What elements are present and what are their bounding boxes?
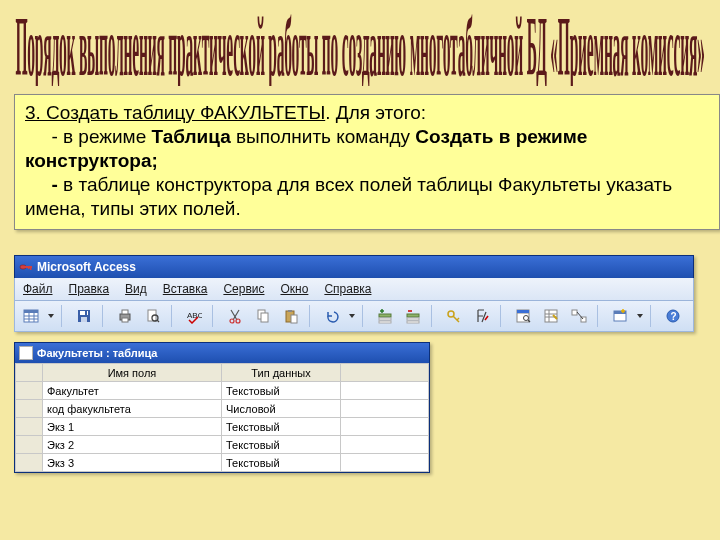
properties-icon[interactable] [511,304,535,328]
col-field-name[interactable]: Имя поля [43,364,222,382]
new-object-dropdown-icon[interactable] [636,305,644,327]
separator [212,305,217,327]
table-row[interactable]: ФакультетТекстовый [16,382,429,400]
svg-rect-15 [122,310,128,314]
svg-rect-33 [407,314,419,317]
svg-point-43 [524,316,529,321]
menu-file[interactable]: Файл [15,282,61,296]
svg-rect-32 [379,321,391,323]
paste-icon[interactable] [279,304,303,328]
svg-rect-30 [379,314,391,317]
subwindow-title: Факультеты : таблица [37,347,157,359]
menu-window[interactable]: Окно [272,282,316,296]
svg-rect-13 [85,311,87,315]
separator [61,305,66,327]
svg-rect-3 [28,266,30,269]
svg-rect-28 [288,310,292,312]
subwindow-titlebar[interactable]: Факультеты : таблица [15,343,429,363]
menu-view[interactable]: Вид [117,282,155,296]
separator [431,305,436,327]
svg-line-51 [577,312,583,319]
access-window: Microsoft Access Файл Правка Вид Вставка… [14,255,694,473]
svg-rect-49 [572,310,577,315]
copy-icon[interactable] [251,304,275,328]
instruction-box: 3. Создать таблицу ФАКУЛЬТЕТЫ. Для этого… [14,94,720,230]
svg-rect-26 [261,313,268,322]
svg-rect-16 [122,318,128,322]
svg-rect-29 [291,315,297,323]
menubar: Файл Правка Вид Вставка Сервис Окно Спра… [14,278,694,301]
page-title: Порядок выполнения практической работы п… [15,8,704,86]
undo-icon[interactable] [320,304,344,328]
table-row[interactable]: код факукльтетаЧисловой [16,400,429,418]
page-title-wrap: Порядок выполнения практической работы п… [0,8,720,86]
print-icon[interactable] [113,304,137,328]
new-object-icon[interactable] [608,304,632,328]
help-icon[interactable]: ? [661,304,685,328]
svg-text:ABC: ABC [187,311,202,320]
menu-edit[interactable]: Правка [61,282,118,296]
table-row[interactable]: Экз 2Текстовый [16,436,429,454]
svg-rect-34 [407,318,419,320]
svg-rect-2 [30,266,32,270]
view-table-icon[interactable] [19,304,43,328]
spelling-icon[interactable]: ABC [182,304,206,328]
separator [362,305,367,327]
col-data-type[interactable]: Тип данных [222,364,341,382]
svg-rect-5 [24,310,38,313]
menu-insert[interactable]: Вставка [155,282,216,296]
separator [171,305,176,327]
svg-line-19 [157,320,159,322]
svg-text:?: ? [671,311,677,322]
separator [597,305,602,327]
cut-icon[interactable] [223,304,247,328]
primary-key-icon[interactable] [442,304,466,328]
table-row[interactable]: Экз 3Текстовый [16,454,429,472]
svg-line-39 [457,318,459,320]
table-row[interactable]: Экз 1Текстовый [16,418,429,436]
svg-rect-31 [379,318,391,320]
svg-point-23 [230,319,234,323]
indexes-icon[interactable] [470,304,494,328]
svg-rect-12 [81,317,87,322]
app-title: Microsoft Access [37,260,136,274]
design-grid[interactable]: Имя поля Тип данных ФакультетТекстовый к… [15,363,429,472]
header-row: Имя поля Тип данных [16,364,429,382]
preview-icon[interactable] [141,304,165,328]
instruction-step: 3. Создать таблицу ФАКУЛЬТЕТЫ [25,102,325,123]
app-titlebar: Microsoft Access [14,255,694,278]
menu-service[interactable]: Сервис [215,282,272,296]
separator [650,305,655,327]
svg-rect-42 [517,310,529,313]
svg-point-24 [236,319,240,323]
builder-icon[interactable] [539,304,563,328]
view-dropdown-icon[interactable] [47,305,55,327]
separator [500,305,505,327]
relationships-icon[interactable] [567,304,591,328]
menu-help[interactable]: Справка [316,282,379,296]
separator [309,305,314,327]
svg-rect-35 [407,321,419,323]
separator [102,305,107,327]
access-key-icon [19,260,33,274]
insert-rows-icon[interactable] [373,304,397,328]
table-icon [19,346,33,360]
delete-rows-icon[interactable] [401,304,425,328]
toolbar: ABC ? [14,301,694,332]
undo-dropdown-icon[interactable] [348,305,356,327]
row-header-corner [16,364,43,382]
col-rest [341,364,429,382]
save-icon[interactable] [72,304,96,328]
table-design-window: Факультеты : таблица Имя поля Тип данных… [14,342,430,473]
